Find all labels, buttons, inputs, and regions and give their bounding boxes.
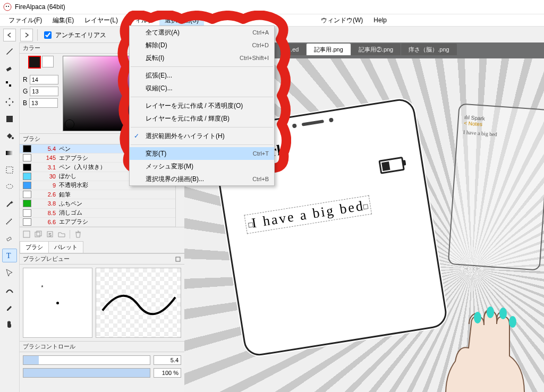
brush-actions: S xyxy=(20,227,184,241)
tool-strip: T xyxy=(0,42,20,392)
menu-item[interactable]: 変形(T)Ctrl+T xyxy=(130,147,274,160)
svg-rect-5 xyxy=(9,84,11,87)
doc-tab[interactable]: 痒さ（脳）.png xyxy=(401,44,456,55)
text-tool[interactable]: T xyxy=(2,249,17,262)
svg-rect-3 xyxy=(6,67,12,72)
divide-tool[interactable] xyxy=(3,284,16,296)
svg-rect-13 xyxy=(23,231,30,237)
background-swatch[interactable] xyxy=(42,56,54,67)
menu-item[interactable]: 解除(D)Ctrl+D xyxy=(130,39,274,52)
svg-rect-4 xyxy=(6,81,8,83)
menu-item[interactable]: 収縮(C)... xyxy=(130,82,274,95)
magic-wand-tool[interactable] xyxy=(3,198,16,210)
svg-point-10 xyxy=(6,184,13,189)
folder-icon[interactable] xyxy=(58,231,65,238)
menu-6[interactable]: ウィンドウ(W) xyxy=(316,15,368,26)
svg-rect-6 xyxy=(6,116,13,122)
r-input[interactable] xyxy=(30,75,58,84)
foreground-swatch[interactable] xyxy=(28,56,41,69)
hand-illustration xyxy=(418,287,535,392)
undo-button[interactable] xyxy=(3,29,16,41)
app-icon xyxy=(3,3,12,11)
menu-item[interactable]: 選択境界の描画(B)...Ctrl+B xyxy=(130,173,274,185)
b-input[interactable] xyxy=(29,98,58,108)
eyedropper-tool[interactable] xyxy=(3,301,16,313)
g-input[interactable] xyxy=(30,87,58,96)
text-object-selected[interactable]: I have a big bed xyxy=(244,195,372,234)
menu-4[interactable]: 選択範囲(S) xyxy=(159,15,204,26)
select-pen-tool[interactable] xyxy=(3,215,16,227)
tab-brush[interactable]: ブラシ xyxy=(20,241,49,253)
antialias-checkbox[interactable]: アンチエイリアス xyxy=(42,30,106,40)
r-label: R xyxy=(23,76,28,83)
menu-0[interactable]: ファイル(F) xyxy=(3,15,47,26)
control-title: ブラシコントロール xyxy=(20,341,184,352)
brush-row[interactable]: 3.8ふちペン xyxy=(20,199,175,208)
size-slider[interactable] xyxy=(23,355,150,365)
menu-item[interactable]: 拡張(E)... xyxy=(130,69,274,82)
svg-rect-11 xyxy=(7,237,12,241)
menu-separator xyxy=(131,97,273,97)
svg-point-22 xyxy=(509,316,516,328)
doc-tab[interactable]: 記事用.png xyxy=(307,44,350,55)
undock-icon[interactable] xyxy=(175,256,181,262)
doc-tab[interactable]: ...ed xyxy=(280,44,306,55)
tab-palette[interactable]: パレット xyxy=(48,241,83,253)
add-brush-icon[interactable] xyxy=(23,231,30,238)
brush-row[interactable]: 2.6鉛筆 xyxy=(20,190,175,199)
svg-text:S: S xyxy=(48,232,52,237)
doc-tab[interactable]: 記事用②.png xyxy=(351,44,401,55)
menu-7[interactable]: Help xyxy=(368,15,392,25)
size-value[interactable]: 5.4 xyxy=(154,355,181,365)
svg-point-2 xyxy=(8,6,9,7)
move-tool[interactable] xyxy=(3,96,16,108)
menu-item[interactable]: 全て選択(A)Ctrl+A xyxy=(130,26,274,39)
dot-tool[interactable] xyxy=(3,79,16,91)
brush-tool[interactable] xyxy=(3,45,16,57)
preview-title: ブラシプレビュー xyxy=(20,253,184,265)
svg-point-7 xyxy=(12,137,14,139)
menu-separator xyxy=(131,127,273,127)
g-label: G xyxy=(23,88,28,95)
menu-item[interactable]: レイヤーを元に作成 / 輝度(B) xyxy=(130,112,274,125)
opacity-value[interactable]: 100 % xyxy=(154,368,181,378)
svg-rect-15 xyxy=(37,231,41,236)
select-rect-tool[interactable] xyxy=(3,164,16,176)
opacity-slider[interactable] xyxy=(23,368,150,378)
brush-row[interactable]: 6.6エアブラシ xyxy=(20,218,175,227)
menu-item[interactable]: 反転(I)Ctrl+Shift+I xyxy=(130,52,274,64)
antialias-label: アンチエイリアス xyxy=(55,31,106,40)
fill-tool[interactable] xyxy=(3,113,16,125)
brush-preview: * xyxy=(20,265,184,341)
menu-separator xyxy=(131,66,273,67)
eraser-tool[interactable] xyxy=(3,62,16,74)
svg-point-1 xyxy=(6,6,7,7)
title-bar: FireAlpaca (64bit) xyxy=(0,0,544,14)
operation-tool[interactable] xyxy=(3,267,16,279)
svg-rect-18 xyxy=(176,257,180,261)
brush-controls: 5.4 100 % xyxy=(20,352,184,384)
select-eraser-tool[interactable] xyxy=(3,232,16,244)
selection-menu-dropdown: 全て選択(A)Ctrl+A解除(D)Ctrl+D反転(I)Ctrl+Shift+… xyxy=(129,25,275,186)
bucket-tool[interactable] xyxy=(3,130,16,142)
battery-icon xyxy=(378,157,405,174)
brush-row[interactable]: 8.5消しゴム xyxy=(20,209,175,218)
delete-brush-icon[interactable] xyxy=(74,231,82,238)
redo-button[interactable] xyxy=(20,29,33,41)
svg-point-0 xyxy=(4,3,11,11)
menu-item[interactable]: レイヤーを元に作成 / 不透明度(O) xyxy=(130,99,274,112)
menu-1[interactable]: 編集(E) xyxy=(47,15,79,26)
menu-item[interactable]: メッシュ変形(M) xyxy=(130,160,274,173)
menu-bar: ファイル(F)編集(E)レイヤー(L)フィルタ選択範囲(S)ウィンドウ(W)He… xyxy=(0,14,544,27)
duplicate-brush-icon[interactable] xyxy=(35,231,42,238)
lasso-tool[interactable] xyxy=(3,181,16,193)
gradient-tool[interactable] xyxy=(3,147,16,159)
menu-2[interactable]: レイヤー(L) xyxy=(79,15,123,26)
menu-3[interactable]: フィルタ xyxy=(123,15,159,26)
brush-tip-preview: * xyxy=(23,268,92,338)
svg-rect-14 xyxy=(35,232,40,237)
menu-item[interactable]: ✓選択範囲外をハイライト(H) xyxy=(130,130,274,142)
svg-point-20 xyxy=(487,306,494,318)
hand-tool[interactable] xyxy=(3,318,16,330)
script-brush-icon[interactable]: S xyxy=(46,231,54,238)
